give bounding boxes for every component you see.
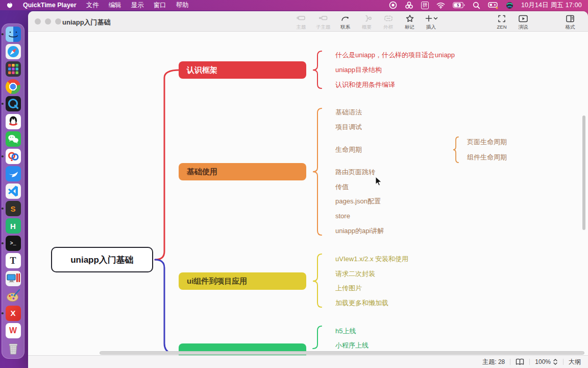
subtopic[interactable]: 项目调试 (335, 123, 362, 132)
subtopic[interactable]: 上传图片 (335, 284, 362, 293)
running-indicator (2, 208, 4, 210)
dock: S H >_ T X W (2, 24, 24, 359)
subtopic[interactable]: uniapp的api讲解 (335, 226, 384, 236)
subtopic[interactable]: 加载更多和懒加载 (335, 298, 388, 308)
branch-topic-3[interactable]: ui组件到项目应用 (179, 272, 306, 290)
running-indicator (2, 103, 4, 105)
close-button[interactable] (35, 18, 41, 25)
branch-topic-1[interactable]: 认识框架 (179, 61, 306, 79)
toolbar-topic-button[interactable]: 主题 (295, 14, 308, 31)
subtopic[interactable]: 生命周期 (335, 145, 362, 154)
menu-bar: QuickTime Player 文件 编辑 显示 窗口 帮助 拼 1 (0, 0, 588, 10)
dock-trash[interactable] (6, 340, 21, 356)
summary-icon (362, 14, 372, 24)
dock-qq[interactable] (6, 114, 21, 129)
toolbar-subtopic-button[interactable]: 子主题 (316, 14, 331, 31)
relationship-icon (340, 14, 351, 24)
dock-hbuilderx[interactable]: H (6, 218, 21, 234)
subtopic[interactable]: 页面生命周期 (467, 137, 507, 147)
subtopic[interactable]: 路由页面跳转 (335, 168, 375, 177)
dock-terminal[interactable]: >_ (6, 236, 21, 251)
toolbar-marker-button[interactable]: 标记 (403, 14, 416, 31)
battery-charging-icon[interactable] (453, 1, 465, 9)
insert-plus-icon (425, 14, 438, 24)
subtopic[interactable]: 传值 (335, 182, 349, 192)
subtopic[interactable]: 认识和使用条件编译 (335, 80, 395, 89)
subtopic[interactable]: store (335, 212, 350, 221)
pinyin-input-icon[interactable]: 拼 (421, 2, 429, 9)
topic-icon (296, 14, 306, 24)
menu-window[interactable]: 窗口 (154, 1, 166, 10)
menu-edit[interactable]: 编辑 (109, 1, 121, 10)
subtopic[interactable]: 请求二次封装 (335, 269, 375, 279)
toolbar-format-button[interactable]: 格式 (564, 14, 577, 31)
xmind-window: uniapp入门基础 主题 子主题 联系 概要 外框 (28, 11, 588, 368)
menu-view[interactable]: 显示 (131, 1, 144, 10)
minimize-button[interactable] (45, 18, 51, 25)
dock-launchpad[interactable] (6, 61, 21, 77)
subtopic[interactable]: 组件生命周期 (467, 153, 507, 162)
dock-screen-sharing[interactable] (6, 271, 21, 286)
window-title: uniapp入门基础 (62, 18, 111, 27)
menubar-app-name[interactable]: QuickTime Player (23, 2, 77, 9)
apple-logo-icon[interactable] (6, 1, 13, 9)
screen-mirroring-icon[interactable] (405, 1, 413, 9)
menu-help[interactable]: 帮助 (176, 1, 189, 10)
topic-count: 主题: 28 (482, 358, 505, 366)
mindmap-root-topic[interactable]: uniapp入门基础 (51, 247, 153, 272)
dock-xmind[interactable]: X (6, 306, 21, 321)
zoom-control[interactable]: 100% (535, 358, 558, 365)
toolbar-summary-button[interactable]: 概要 (360, 14, 374, 31)
dock-wps[interactable]: W (6, 323, 21, 338)
branch-topic-2[interactable]: 基础使用 (179, 163, 306, 180)
dock-remote-loop-app[interactable] (6, 149, 21, 164)
toolbar-insert-button[interactable]: 插入 (425, 14, 438, 31)
subtopic[interactable]: 小程序上线 (335, 341, 369, 350)
subtopic[interactable]: 基础语法 (335, 108, 362, 117)
spotlight-search-icon[interactable] (473, 1, 480, 9)
dock-wechat[interactable] (6, 131, 21, 147)
dock-dingtalk[interactable] (6, 166, 21, 181)
dock-quicktime[interactable] (6, 96, 21, 111)
dock-vscode[interactable] (6, 183, 21, 199)
map-overview-button[interactable] (516, 358, 524, 365)
running-indicator (2, 33, 4, 35)
vertical-scrollbar[interactable] (582, 116, 585, 230)
dock-chrome[interactable] (6, 79, 21, 94)
zen-mode-icon (497, 14, 507, 24)
input-switcher-icon[interactable] (488, 1, 498, 9)
wifi-icon[interactable] (436, 1, 445, 9)
toolbar-zen-button[interactable]: ZEN (495, 14, 508, 31)
subtopic[interactable]: pages.json配置 (335, 197, 381, 206)
subtopic[interactable]: h5上线 (335, 327, 356, 336)
subtopic[interactable]: uniapp目录结构 (335, 65, 382, 75)
menu-file[interactable]: 文件 (86, 1, 99, 10)
subtopic[interactable]: uVIew1.x/2.x 安装和使用 (335, 255, 408, 264)
subtopic[interactable]: 什么是uniapp，什么样的项目适合uniapp (335, 51, 455, 60)
dock-paint[interactable] (6, 288, 21, 304)
format-panel-icon (565, 14, 575, 24)
running-indicator (2, 155, 4, 157)
menubar-clock[interactable]: 10月14日 周五 17:00 (521, 1, 582, 10)
mindmap-connectors (28, 32, 588, 355)
stop-recording-icon[interactable] (389, 1, 397, 9)
dock-sublime-text[interactable]: S (6, 201, 21, 216)
toolbar-pitch-button[interactable]: 演说 (517, 14, 530, 31)
dock-safari[interactable] (6, 44, 21, 59)
subtopic-icon (318, 14, 328, 24)
mindmap-canvas[interactable]: uniapp入门基础 认识框架 基础使用 ui组件到项目应用 什么是uniapp… (28, 32, 588, 355)
outline-toggle-button[interactable]: 大纲 (569, 358, 581, 366)
dock-finder[interactable] (6, 27, 21, 42)
zoom-button[interactable] (55, 18, 61, 25)
toolbar-boundary-button[interactable]: 外框 (382, 14, 395, 31)
app-sphere-icon[interactable] (506, 1, 513, 9)
marker-star-icon (405, 14, 415, 24)
toolbar-relationship-button[interactable]: 联系 (339, 14, 352, 31)
window-titlebar: uniapp入门基础 主题 子主题 联系 概要 外框 (28, 11, 588, 32)
mouse-cursor (375, 176, 382, 187)
book-icon (516, 358, 524, 365)
dock-typora[interactable]: T (6, 253, 21, 268)
running-indicator (2, 312, 4, 314)
horizontal-scrollbar[interactable] (100, 351, 584, 355)
running-indicator (2, 242, 4, 244)
